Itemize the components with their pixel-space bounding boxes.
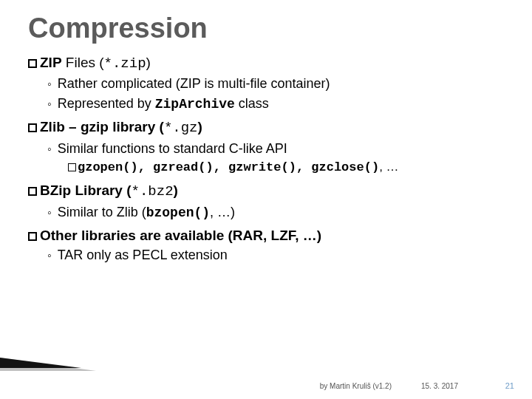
bullet-head-bold: BZip: [40, 183, 71, 198]
sub-bullet: TAR only as PECL extension: [47, 246, 504, 264]
square-bullet-icon: [28, 187, 37, 196]
sub-bullet: Represented by ZipArchive class: [47, 95, 504, 113]
bullet-head-bold: Zlib: [40, 119, 65, 134]
l3-mono: gzread(): [153, 160, 214, 174]
bullet-head-mono: *.gz: [164, 120, 198, 136]
square-bullet-icon: [68, 163, 76, 171]
sub-bullet: Rather complicated (ZIP is multi-file co…: [47, 75, 504, 92]
bullet-other: Other libraries are available (RAR, LZF,…: [28, 226, 504, 245]
slide-title: Compression: [28, 13, 504, 44]
bullet-head-rest: libraries are available (RAR, LZF, …): [78, 228, 322, 243]
square-bullet-icon: [28, 232, 37, 241]
slide: Compression ZIP Files (*.zip) Rather com…: [0, 0, 532, 399]
bullet-head-bold: Other: [40, 228, 78, 243]
l3-text: ,: [296, 160, 311, 174]
sub-mono: ZipArchive: [155, 97, 235, 112]
square-bullet-icon: [28, 59, 37, 68]
sub-bullet: Similar to Zlib (bzopen(), …): [47, 203, 504, 222]
bullet-bzip: BZip Library (*.bz2): [28, 181, 504, 202]
sub-text: TAR only as PECL extension: [58, 248, 228, 262]
footer-page-number: 21: [505, 381, 514, 390]
bullet-head-rest: – gzip library (: [65, 119, 164, 134]
bullet-head-tail: ): [197, 119, 202, 134]
sub-bullet: Similar functions to standard C-like API: [47, 140, 504, 157]
bullet-zlib: Zlib – gzip library (*.gz): [28, 117, 504, 138]
bullet-head-mono: *.zip: [104, 55, 146, 72]
sub-text: class: [235, 96, 269, 111]
sub-text: , …): [210, 205, 235, 219]
bullet-head-mono: *.bz2: [132, 183, 174, 200]
bullet-head-rest: Files (: [62, 55, 104, 70]
sub-text: Represented by: [58, 96, 155, 111]
sub-text: Rather complicated (ZIP is multi-file co…: [58, 76, 330, 91]
l3-mono: gzopen(): [78, 160, 138, 174]
footer-date: 15. 3. 2017: [421, 382, 458, 390]
l3-mono: gzwrite(): [228, 160, 296, 174]
l3-text: ,: [138, 160, 153, 174]
l3-text: ,: [214, 160, 228, 174]
corner-decoration: [0, 358, 81, 368]
bullet-head-bold: ZIP: [40, 55, 62, 70]
footer-author: by Martin Kruliš (v1.2): [320, 382, 392, 390]
l3-text: , …: [379, 160, 398, 174]
sub-sub-bullet: gzopen(), gzread(), gzwrite(), gzclose()…: [68, 159, 504, 177]
bullet-head-tail: ): [174, 183, 178, 198]
square-bullet-icon: [28, 123, 37, 132]
l3-mono: gzclose(): [311, 160, 379, 174]
bullet-head-rest: Library (: [71, 183, 131, 198]
sub-mono: bzopen(): [146, 205, 210, 220]
sub-text: Similar to Zlib (: [58, 205, 146, 219]
bullet-head-tail: ): [146, 55, 151, 70]
sub-text: Similar functions to standard C-like API: [58, 141, 287, 156]
bullet-zip: ZIP Files (*.zip): [28, 53, 504, 74]
slide-body: ZIP Files (*.zip) Rather complicated (ZI…: [28, 53, 504, 265]
